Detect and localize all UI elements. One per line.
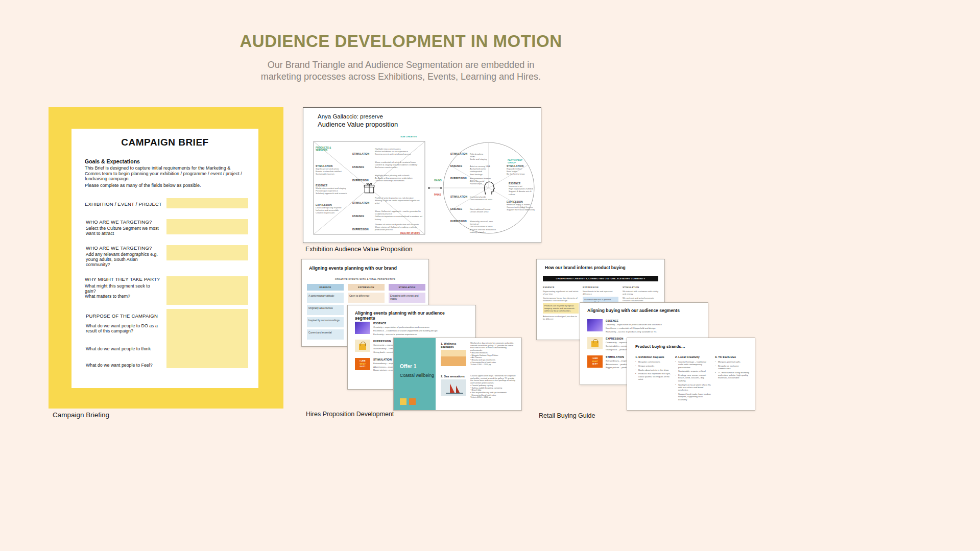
brief-intro: This Brief is designed to capture initia…	[85, 165, 245, 182]
events-segments-title: Aligning events planning with our audien…	[355, 310, 465, 321]
column-line: New threats to be and represent differen…	[583, 290, 618, 295]
vp-circle-text: Rule-breaking YBAs Scale and staging	[470, 153, 498, 161]
segment-label: ESSENCE	[373, 322, 458, 325]
vp-label: ESSENCE	[352, 215, 364, 218]
strand-item: TC merchandise using branding and colour…	[715, 371, 751, 379]
purpose-line-do: What do we want people to DO as a result…	[86, 323, 162, 333]
vp-map-row: EXPRESSION	[352, 223, 369, 232]
offer-row-title: 1. Wellness packages	[441, 342, 467, 348]
strand-item: Support local made, lower carbon footpri…	[675, 393, 711, 401]
vp-map-row: ESSENCE	[352, 161, 364, 170]
vp-label: EXPRESSION	[352, 228, 369, 231]
column-line: We interact with customers with vitality…	[623, 290, 658, 295]
column-item: Inspired by our surroundings	[307, 317, 344, 327]
column-header: ESSENCE	[307, 284, 344, 291]
campaign-brief-title: CAMPAIGN BRIEF	[71, 137, 258, 148]
brief-intro-2: Please complete as many of the fields be…	[85, 183, 245, 188]
field-label-exhibition: EXHIBITION / EVENT / PROJECT	[85, 201, 162, 207]
strand-item: Sustainable, organic, ethical	[675, 370, 711, 372]
strand-item: Unique artworks	[635, 365, 671, 367]
segment-line: Creativity – expectation of professional…	[373, 326, 458, 328]
events-brand-title: Aligning events planning with our brand	[309, 266, 416, 271]
field-input-targeting-2[interactable]	[166, 245, 248, 260]
vp-label: STIMULATION	[352, 202, 369, 204]
informs-column-essence: ESSENCE Representing significant art and…	[543, 286, 579, 322]
segment-row-essence: ESSENCE Creativity – expectation of prof…	[587, 319, 690, 333]
column-header: EXPRESSION	[583, 286, 618, 289]
field-label-why-take-part: WHY MIGHT THEY TAKE PART?	[85, 276, 160, 282]
strand-tc-exclusive: 3. TC Exclusive Morgans premium gifts Be…	[715, 355, 751, 402]
product-buying-strands-slide[interactable]: Product buying strands… 1. Exhibition Ca…	[627, 338, 755, 411]
vp-circle-label: STIMULATION	[450, 153, 467, 155]
purpose-line-feel: What do we want people to Feel?	[86, 363, 162, 368]
buying-strands-title: Product buying strands…	[635, 344, 685, 349]
field-label-purpose: PURPOSE OF THE CAMPAIGN	[86, 313, 158, 319]
vp-circle-text: Institutional pride Low awareness of art…	[470, 196, 498, 201]
segment-line: Excellence – credentials of Chipperfield…	[606, 327, 690, 329]
vp-text: Entertain family & friends Connect with …	[507, 203, 536, 211]
strand-item: Bespoke commissions	[635, 361, 671, 363]
page-title: AUDIENCE DEVELOPMENT IN MOTION	[204, 32, 597, 51]
segment-label: ESSENCE	[606, 319, 690, 322]
vp-circle-text: Artist as unsung YBA Acclaimed works rei…	[470, 165, 498, 176]
campaign-brief-document: CAMPAIGN BRIEF Goals & Expectations This…	[71, 129, 258, 388]
vp-circle-label: EXPRESSION	[450, 177, 467, 180]
strand-item: Spotlight on local talent where fits wit…	[675, 384, 711, 392]
caption-exhibition-avp: Exhibition Audience Value Proposition	[305, 246, 413, 253]
vp-circle-text: Environmental themes AIDS Memorial Partn…	[470, 177, 498, 185]
caption-hires-proposition: Hires Proposition Development	[306, 411, 394, 418]
shopping-bag-image	[355, 340, 370, 352]
column-item: Engaging with energy and vitality	[389, 293, 425, 303]
essence-artwork-image	[355, 322, 370, 334]
offer-coastal-wellbeing-slide[interactable]: Offer 1 Coastal wellbeing 1. Wellness pa…	[393, 338, 522, 411]
vp-map-row: EXPRESSION	[352, 174, 369, 183]
field-input-targeting-1[interactable]	[166, 219, 248, 234]
retail-brand-title: How our brand informs product buying	[545, 265, 652, 270]
pain-relievers-label: PAIN RELIEVERS	[400, 232, 420, 235]
vp-circle-right-block: EXPRESSION Entertain family & friends Co…	[507, 201, 536, 211]
field-input-purpose[interactable]	[166, 309, 248, 368]
field-sub-why-take-part: What might this segment seek to gain? Wh…	[85, 283, 160, 299]
column-header: STIMULATION	[389, 284, 425, 291]
value-proposition-slide[interactable]: Anya Gallaccio: preserve Audience Value …	[303, 107, 541, 243]
column-item: Originally adventurous	[307, 305, 344, 315]
segment-line: Creativity – expectation of professional…	[606, 323, 690, 326]
column-line: Adventurous and original; we dare to be …	[543, 315, 579, 320]
highlight-box: Products are inspired by topical imagery…	[543, 303, 579, 314]
shopping-bag-image	[587, 337, 603, 349]
column-item: Current and essential	[307, 329, 344, 340]
vp-left-block-expression: EXPRESSION Local and topically inspired …	[316, 204, 347, 214]
segment-line: Exclusivity – access to products only av…	[606, 330, 690, 333]
vp-map-text: Profile of artist & practice as rule-bre…	[375, 197, 424, 205]
campaign-brief-panel[interactable]: CAMPAIGN BRIEF Goals & Expectations This…	[49, 107, 283, 409]
offer-row-title: 2. Sea sensations	[441, 375, 467, 378]
offer-label: Offer 1	[400, 364, 416, 369]
field-sub-targeting-2: Add any relevant demographics e.g. young…	[86, 252, 161, 267]
column-header: STIMULATION	[623, 286, 658, 289]
products-services-label: PRODUCTS & SERVICES	[316, 147, 341, 152]
field-input-why-take-part[interactable]	[166, 276, 248, 305]
bag-icon	[400, 398, 407, 405]
field-input-exhibition[interactable]	[166, 198, 248, 208]
retail-banner: CHAMPIONING CREATIVITY, CONNECTING CULTU…	[543, 276, 658, 281]
vp-map-row: ESSENCE	[352, 210, 364, 219]
strand-item: Products that represent the style, colou…	[635, 372, 671, 380]
offer-name: Coastal wellbeing	[400, 373, 434, 378]
segment-line: Excellence – credentials of David Chippe…	[373, 329, 458, 332]
vp-text: World-class content and staging Pictures…	[316, 187, 347, 195]
events-brand-banner: CREATIVE EVENTS WITH A VITAL PERSPECTIVE	[302, 278, 428, 280]
gains-label: GAINS	[434, 179, 442, 182]
column-item: Open to difference	[348, 293, 385, 303]
offer-row-wellness: 1. Wellness packages Weekend or day retr…	[441, 342, 517, 366]
field-sub-targeting-1: Select the Culture Segment we most want …	[86, 226, 161, 236]
vp-circle-label: STIMULATION	[450, 196, 467, 198]
bag-icon	[409, 398, 416, 405]
vp-left-block-essence: ESSENCE World-class content and staging …	[316, 184, 347, 195]
vp-map-row: STIMULATION	[352, 148, 369, 157]
column-header: ESSENCE	[543, 286, 579, 289]
caption-retail-buying-guide: Retail Buying Guide	[539, 412, 595, 419]
slide-canvas: AUDIENCE DEVELOPMENT IN MOTION Our Brand…	[0, 0, 980, 551]
sub-creative-label: SUB CREATIVE	[400, 135, 417, 138]
vp-circle-right-block: STIMULATION Expand intellect Earn kudos …	[507, 165, 536, 176]
vp-label: STIMULATION	[352, 153, 369, 155]
